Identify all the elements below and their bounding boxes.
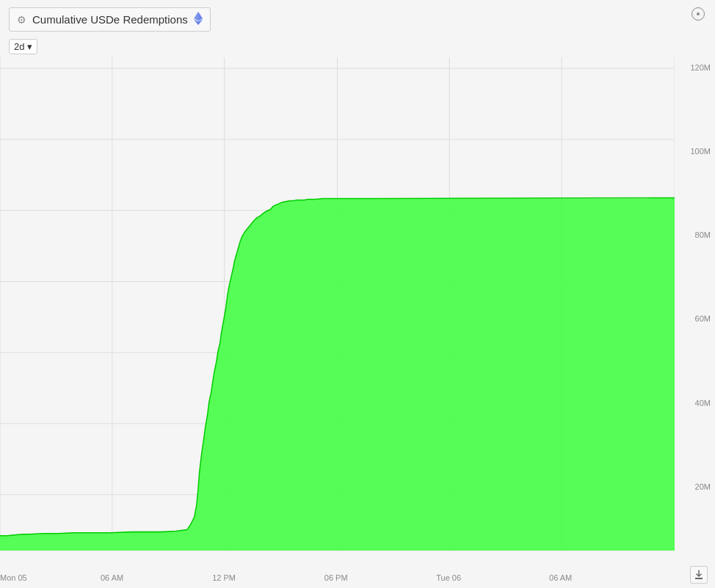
chart-body: Mon 05 06 AM 12 PM 06 PM Tue 06 06 AM 12… — [0, 57, 715, 588]
y-label-120m: 120M — [675, 63, 711, 72]
x-label-tue06: Tue 06 — [436, 573, 461, 582]
time-range-selector[interactable]: 2d ▾ — [9, 39, 37, 54]
y-label-40m: 40M — [675, 399, 711, 407]
x-label-6am: 06 AM — [101, 573, 123, 582]
y-label-100m: 100M — [675, 147, 711, 156]
chart-header: ⚙ Cumulative USDe Redemptions — [0, 0, 715, 36]
x-label-6am2: 06 AM — [549, 573, 572, 582]
download-button[interactable] — [690, 566, 708, 584]
x-label-6pm: 06 PM — [324, 573, 348, 582]
gear-icon: ⚙ — [17, 14, 26, 26]
chart-container: ⚙ Cumulative USDe Redemptions 2d ▾ — [0, 0, 715, 588]
bottom-bar — [690, 566, 708, 584]
y-label-60m: 60M — [675, 314, 711, 323]
chart-plot-area: Mon 05 06 AM 12 PM 06 PM Tue 06 06 AM — [0, 57, 675, 588]
chart-title-area: ⚙ Cumulative USDe Redemptions — [9, 7, 211, 32]
eth-icon — [194, 12, 203, 27]
controls-row: 2d ▾ — [0, 36, 715, 57]
x-label-mon05: Mon 05 — [0, 573, 27, 582]
x-label-12pm: 12 PM — [212, 573, 236, 582]
time-range-value: 2d — [14, 41, 24, 52]
y-label-80m: 80M — [675, 231, 711, 239]
y-label-20m: 20M — [675, 482, 711, 491]
y-axis: 120M 100M 80M 60M 40M 20M — [675, 57, 715, 588]
chart-title: Cumulative USDe Redemptions — [32, 13, 188, 26]
x-axis: Mon 05 06 AM 12 PM 06 PM Tue 06 06 AM — [0, 567, 675, 588]
dropdown-arrow-icon: ▾ — [27, 41, 32, 52]
target-icon[interactable] — [692, 7, 705, 21]
